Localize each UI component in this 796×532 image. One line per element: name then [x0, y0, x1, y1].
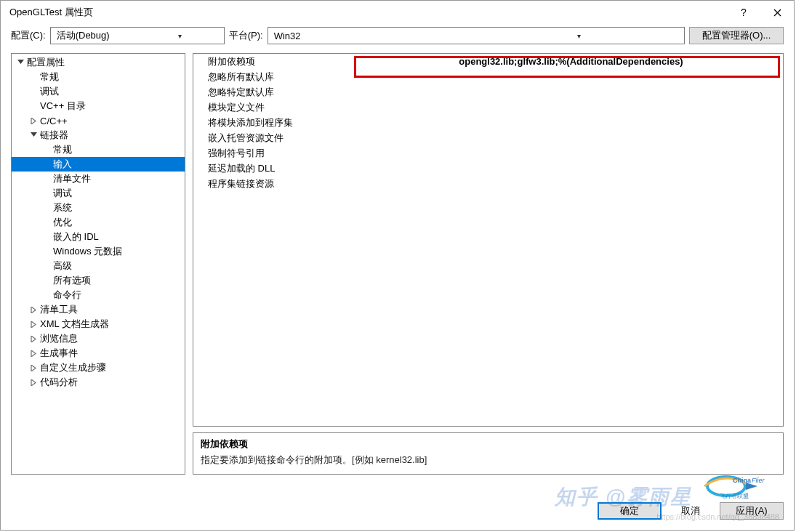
svg-marker-8 [31, 350, 36, 357]
platform-combo[interactable]: Win32 ▾ [268, 27, 685, 44]
tree-item-label: 高级 [53, 259, 72, 273]
tree-item[interactable]: 链接器 [12, 128, 185, 142]
tree-expand-right-icon[interactable] [29, 379, 39, 386]
watermark-logo: China Flier 飞行者联盟 [701, 472, 781, 501]
property-row[interactable]: 强制符号引用 [193, 145, 783, 161]
ok-button[interactable]: 确定 [598, 502, 662, 520]
tree-item[interactable]: 代码分析 [12, 375, 185, 390]
tree-item[interactable]: 嵌入的 IDL [12, 230, 185, 244]
tree-item[interactable]: XML 文档生成器 [12, 317, 185, 331]
property-label: 强制符号引用 [193, 147, 353, 160]
tree-item[interactable]: Windows 元数据 [12, 244, 185, 259]
tree-item-label: 常规 [40, 70, 59, 84]
tree-item-label: 配置属性 [27, 56, 65, 69]
property-label: 将模块添加到程序集 [193, 116, 353, 129]
tree-expand-right-icon[interactable] [29, 118, 39, 124]
tree-item-label: 生成事件 [40, 347, 78, 360]
tree-item-label: 链接器 [40, 129, 68, 142]
tree-item[interactable]: 优化 [12, 215, 185, 230]
tree-item[interactable]: 常规 [12, 70, 185, 84]
configuration-manager-button[interactable]: 配置管理器(O)... [689, 27, 784, 44]
tree-expand-down-icon[interactable] [29, 132, 39, 139]
tree-item[interactable]: 调试 [12, 186, 185, 201]
tree-expand-right-icon[interactable] [29, 365, 39, 371]
tree-item-label: 自定义生成步骤 [40, 361, 106, 374]
tree-item-label: 调试 [40, 85, 59, 98]
dialog-footer: 确定 取消 应用(A) [598, 502, 784, 520]
config-label: 配置(C): [11, 29, 46, 42]
svg-marker-3 [31, 118, 36, 124]
platform-label: 平台(P): [229, 29, 263, 42]
tree-item[interactable]: 浏览信息 [12, 331, 185, 346]
svg-marker-6 [31, 321, 36, 328]
description-box: 附加依赖项 指定要添加到链接命令行的附加项。[例如 kernel32.lib] [193, 432, 784, 475]
tree-item[interactable]: 所有选项 [12, 273, 185, 288]
tree-expand-right-icon[interactable] [29, 321, 39, 328]
tree-expand-right-icon[interactable] [29, 336, 39, 342]
property-pages-dialog: OpenGLTest 属性页 ? 配置(C): 活动(Debug) ▾ 平台(P… [0, 0, 795, 531]
property-label: 嵌入托管资源文件 [193, 132, 353, 145]
property-row[interactable]: 程序集链接资源 [193, 176, 783, 191]
svg-marker-9 [31, 365, 36, 371]
platform-combo-value: Win32 [274, 31, 478, 41]
svg-text:China: China [733, 477, 752, 484]
tree-item-label: XML 文档生成器 [40, 318, 109, 331]
tree-item[interactable]: 清单工具 [12, 302, 185, 317]
tree-expand-down-icon[interactable] [16, 60, 25, 66]
tree-item[interactable]: VC++ 目录 [12, 99, 185, 113]
tree-item-label: 浏览信息 [40, 332, 78, 345]
cancel-button[interactable]: 取消 [669, 502, 712, 520]
description-title: 附加依赖项 [201, 438, 776, 451]
property-row[interactable]: 附加依赖项opengl32.lib;glfw3.lib;%(Additional… [193, 54, 783, 69]
config-combo[interactable]: 活动(Debug) ▾ [50, 27, 225, 44]
toolbar: 配置(C): 活动(Debug) ▾ 平台(P): Win32 ▾ 配置管理器(… [1, 24, 794, 53]
svg-marker-4 [31, 132, 37, 137]
chevron-down-icon: ▾ [139, 32, 221, 40]
tree-item[interactable]: C/C++ [12, 113, 185, 128]
tree-item[interactable]: 生成事件 [12, 346, 185, 360]
property-row[interactable]: 忽略所有默认库 [193, 69, 783, 84]
tree-item-label: 命令行 [53, 289, 81, 302]
svg-marker-12 [746, 483, 757, 490]
tree-item-label: 输入 [53, 158, 72, 171]
property-row[interactable]: 忽略特定默认库 [193, 84, 783, 100]
close-button[interactable] [760, 1, 794, 24]
svg-point-11 [707, 477, 745, 496]
property-row[interactable]: 延迟加载的 DLL [193, 161, 783, 176]
tree-item[interactable]: 系统 [12, 201, 185, 215]
property-label: 程序集链接资源 [193, 177, 353, 190]
property-row[interactable]: 嵌入托管资源文件 [193, 130, 783, 145]
tree-item[interactable]: 高级 [12, 259, 185, 273]
property-row[interactable]: 模块定义文件 [193, 100, 783, 115]
tree-item[interactable]: 自定义生成步骤 [12, 360, 185, 375]
tree-expand-right-icon[interactable] [29, 307, 39, 313]
tree-item[interactable]: 常规 [12, 142, 185, 157]
tree-item-label: 清单工具 [40, 303, 78, 316]
tree-expand-right-icon[interactable] [29, 350, 39, 357]
property-row[interactable]: 将模块添加到程序集 [193, 115, 783, 130]
svg-marker-5 [31, 307, 36, 313]
property-label: 忽略特定默认库 [193, 86, 353, 99]
svg-marker-10 [31, 379, 36, 386]
properties-grid[interactable]: 附加依赖项opengl32.lib;glfw3.lib;%(Additional… [193, 53, 784, 427]
config-combo-value: 活动(Debug) [57, 29, 139, 42]
tree-item[interactable]: 配置属性 [12, 55, 185, 70]
tree-pane[interactable]: 配置属性常规调试VC++ 目录C/C++链接器常规输入清单文件调试系统优化嵌入的… [11, 53, 185, 475]
tree-item-label: Windows 元数据 [53, 245, 122, 258]
property-label: 附加依赖项 [193, 55, 353, 68]
tree-item-label: 调试 [53, 187, 72, 200]
tree-item-label: 系统 [53, 201, 72, 214]
tree-item[interactable]: 清单文件 [12, 172, 185, 186]
tree-item-label: 常规 [53, 143, 72, 156]
tree-item[interactable]: 命令行 [12, 288, 185, 302]
property-label: 延迟加载的 DLL [193, 162, 353, 175]
property-value[interactable]: opengl32.lib;glfw3.lib;%(AdditionalDepen… [353, 56, 783, 67]
apply-button[interactable]: 应用(A) [720, 502, 784, 520]
tree-item-label: 优化 [53, 216, 72, 229]
help-button[interactable]: ? [727, 1, 760, 24]
tree-item[interactable]: 调试 [12, 84, 185, 99]
description-body: 指定要添加到链接命令行的附加项。[例如 kernel32.lib] [201, 454, 776, 467]
tree-item-label: 所有选项 [53, 274, 91, 287]
close-icon [773, 9, 781, 17]
tree-item[interactable]: 输入 [12, 157, 185, 172]
